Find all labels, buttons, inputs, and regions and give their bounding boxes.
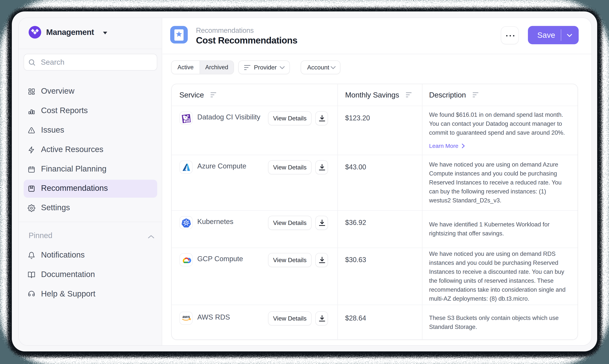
svg-text:aws: aws	[182, 314, 190, 319]
